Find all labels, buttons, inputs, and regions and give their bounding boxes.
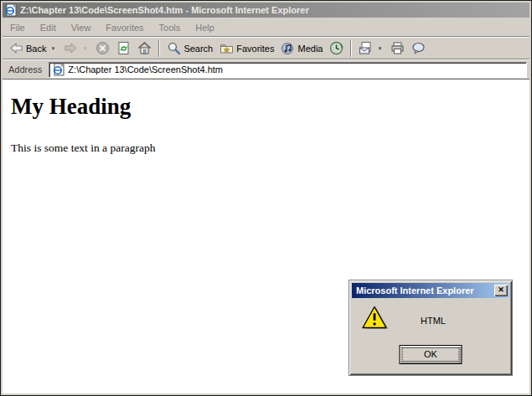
address-page-icon	[52, 63, 65, 76]
back-arrow-icon	[9, 41, 23, 55]
dialog-titlebar[interactable]: Microsoft Internet Explorer ✕	[352, 283, 509, 298]
search-label: Search	[183, 44, 213, 54]
back-label: Back	[26, 44, 46, 54]
browser-window: Z:\Chapter 13\Code\ScreenShot4.htm - Mic…	[0, 0, 532, 396]
back-dropdown-caret-icon[interactable]: ▼	[49, 46, 57, 51]
discuss-bubble-icon	[411, 41, 426, 55]
ie-document-icon	[4, 3, 18, 17]
forward-dropdown-caret-icon[interactable]: ▼	[80, 46, 89, 51]
print-button[interactable]	[387, 39, 408, 57]
favorites-label: Favorites	[236, 44, 274, 54]
media-icon	[281, 41, 295, 55]
mail-dropdown-caret-icon[interactable]: ▼	[375, 46, 384, 51]
history-clock-icon	[329, 41, 343, 55]
mail-button[interactable]: ▼	[355, 39, 387, 57]
stop-button[interactable]	[92, 39, 113, 57]
forward-button[interactable]: ▼	[60, 39, 92, 57]
print-icon	[390, 41, 405, 55]
history-button[interactable]	[326, 39, 347, 57]
menu-view[interactable]: View	[64, 20, 99, 35]
menu-file[interactable]: File	[3, 20, 33, 35]
toolbar-separator	[158, 40, 160, 57]
menubar: File Edit View Favorites Tools Help	[3, 18, 529, 37]
refresh-icon	[116, 41, 131, 55]
menu-help[interactable]: Help	[188, 20, 222, 35]
close-icon[interactable]: ✕	[494, 285, 508, 296]
search-button[interactable]: Search	[163, 39, 216, 57]
media-button[interactable]: Media	[277, 39, 326, 57]
page-paragraph: This is some text in a paragraph	[11, 141, 529, 155]
forward-arrow-icon	[64, 41, 78, 55]
back-button[interactable]: Back ▼	[6, 39, 60, 57]
page-heading: My Heading	[11, 94, 529, 120]
address-label: Address	[5, 64, 45, 75]
address-input[interactable]	[68, 64, 524, 76]
ok-button[interactable]: OK	[400, 345, 462, 364]
discuss-button[interactable]	[408, 39, 429, 57]
window-titlebar[interactable]: Z:\Chapter 13\Code\ScreenShot4.htm - Mic…	[3, 3, 529, 18]
dialog-title: Microsoft Internet Explorer	[356, 285, 474, 296]
toolbar-separator	[350, 40, 352, 57]
mail-icon	[359, 41, 373, 55]
dialog-message: HTML	[421, 316, 446, 326]
dialog-body: HTML OK	[349, 298, 512, 374]
home-button[interactable]	[134, 39, 155, 57]
menu-tools[interactable]: Tools	[152, 20, 189, 35]
home-icon	[137, 41, 152, 55]
stop-icon	[96, 41, 110, 55]
search-icon	[167, 41, 181, 55]
menu-favorites[interactable]: Favorites	[98, 20, 151, 35]
alert-dialog: Microsoft Internet Explorer ✕ HTML OK	[349, 280, 513, 376]
addressbar: Address	[3, 59, 529, 79]
window-title: Z:\Chapter 13\Code\ScreenShot4.htm - Mic…	[20, 5, 309, 15]
toolbar: Back ▼ ▼	[3, 37, 529, 59]
favorites-button[interactable]: Favorites	[216, 39, 277, 57]
favorites-folder-icon	[220, 41, 234, 55]
refresh-button[interactable]	[113, 39, 134, 57]
warning-icon	[361, 306, 390, 332]
media-label: Media	[297, 44, 323, 54]
address-input-container	[49, 62, 527, 78]
menu-edit[interactable]: Edit	[33, 20, 64, 35]
